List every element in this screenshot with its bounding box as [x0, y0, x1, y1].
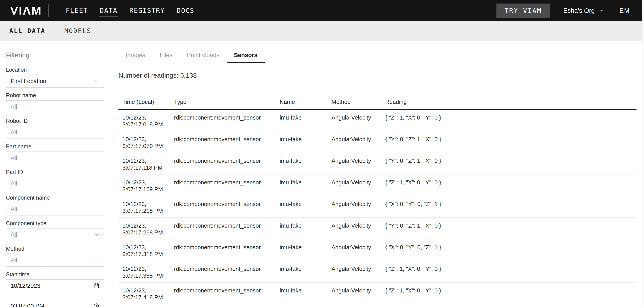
cell-time: 10/12/23, 3:07:17.169 PM	[118, 174, 170, 196]
filter-method: Method All	[6, 245, 104, 267]
table-header: Time (Local) Type Name Method Reading	[118, 98, 636, 110]
chevron-down-icon	[94, 258, 100, 263]
cell-type: rdk:component:movement_sensor	[170, 196, 276, 218]
cell-reading: { "Y": 0, "Z": 1, "X": 0 }	[381, 153, 636, 174]
component-name-label: Component name	[6, 194, 104, 201]
cell-name: imu-fake	[276, 174, 328, 196]
filter-component-name: Component name	[6, 194, 104, 216]
chevron-down-icon	[599, 8, 605, 14]
cell-method: AngularVelocity	[328, 174, 381, 196]
filter-part-id: Part ID	[6, 168, 104, 190]
part-name-label: Part name	[6, 143, 104, 150]
method-select-value: All	[10, 257, 94, 264]
filtering-title: Filtering	[6, 50, 104, 60]
top-nav: VIΛM FLEET DATA REGISTRY DOCS TRY VIAM E…	[0, 0, 644, 21]
cell-type: rdk:component:movement_sensor	[170, 131, 276, 153]
table-row: 10/12/23, 3:07:17.118 PM rdk:component:m…	[118, 153, 636, 174]
component-name-input[interactable]	[6, 203, 104, 216]
tab-point-clouds[interactable]: Point clouds	[180, 52, 227, 63]
chevron-down-icon	[94, 232, 100, 238]
cell-method: AngularVelocity	[328, 153, 381, 174]
clock-icon	[93, 303, 100, 307]
filter-component-type: Component type All	[6, 220, 104, 241]
cell-time: 10/12/23, 3:07:17.368 PM	[118, 261, 170, 282]
cell-name: imu-fake	[276, 218, 328, 239]
cell-reading: { "Z": 1, "X": 0, "Y": 0 }	[381, 110, 636, 131]
tab-images[interactable]: Images	[118, 52, 152, 63]
nav-link-fleet[interactable]: FLEET	[66, 0, 88, 21]
location-select[interactable]: First Location	[6, 75, 104, 88]
filter-robot-name: Robot name	[6, 92, 104, 113]
top-nav-right: TRY VIAM Esha's Org EM	[496, 4, 635, 18]
table-row: 10/12/23, 3:07:17.418 PM rdk:component:m…	[118, 282, 636, 304]
part-id-input[interactable]	[6, 177, 104, 190]
tab-models[interactable]: MODELS	[64, 27, 92, 35]
table-row: 10/12/23, 3:07:17.169 PM rdk:component:m…	[118, 174, 636, 196]
user-avatar-initials[interactable]: EM	[620, 7, 630, 14]
cell-name: imu-fake	[276, 131, 328, 153]
filter-robot-id: Robot ID	[6, 117, 104, 139]
primary-nav: FLEET DATA REGISTRY DOCS	[66, 0, 194, 21]
cell-method: AngularVelocity	[328, 261, 381, 282]
cell-type: rdk:component:movement_sensor	[170, 174, 276, 196]
start-date-input[interactable]: 10/12/2023	[6, 280, 104, 292]
cell-name: imu-fake	[276, 239, 328, 261]
start-time-input[interactable]: 03:07:00 PM	[6, 300, 104, 307]
nav-link-data[interactable]: DATA	[100, 0, 117, 21]
cell-type: rdk:component:movement_sensor	[170, 153, 276, 174]
data-sub-nav: ALL DATA MODELS	[0, 21, 644, 41]
cell-method: AngularVelocity	[328, 131, 381, 153]
vertical-scrollbar[interactable]	[642, 0, 644, 307]
chevron-down-icon	[94, 78, 100, 84]
robot-id-input[interactable]	[6, 126, 104, 139]
nav-link-registry[interactable]: REGISTRY	[130, 0, 165, 21]
cell-name: imu-fake	[276, 110, 328, 131]
tab-sensors[interactable]: Sensors	[227, 52, 265, 63]
start-time-label: Start time	[6, 270, 104, 278]
try-viam-button[interactable]: TRY VIAM	[496, 4, 550, 18]
cell-reading: { "Y": 0, "Z": 1, "X": 0 }	[381, 131, 636, 153]
cell-time: 10/12/23, 3:07:17.118 PM	[118, 153, 170, 174]
cell-reading: { "Z": 1, "X": 0, "Y": 0 }	[381, 282, 636, 304]
cell-reading: { "X": 0, "Y": 0, "Z": 1 }	[381, 239, 636, 261]
sensor-readings-table: Time (Local) Type Name Method Reading 10…	[118, 98, 636, 304]
col-header-time: Time (Local)	[118, 98, 170, 110]
cell-time: 10/12/23, 3:07:17.318 PM	[118, 239, 170, 261]
tab-files[interactable]: Files	[152, 52, 180, 63]
cell-reading: { "X": 0, "Y": 0, "Z": 1 }	[381, 196, 636, 218]
cell-time: 10/12/23, 3:07:17.070 PM	[118, 131, 170, 153]
tab-all-data[interactable]: ALL DATA	[9, 27, 46, 35]
cell-time: 10/12/23, 3:07:17.218 PM	[118, 196, 170, 218]
cell-method: AngularVelocity	[328, 196, 381, 218]
cell-method: AngularVelocity	[328, 239, 381, 261]
component-type-select[interactable]: All	[6, 228, 104, 241]
cell-type: rdk:component:movement_sensor	[170, 239, 276, 261]
org-switcher[interactable]: Esha's Org	[563, 7, 605, 14]
cell-method: AngularVelocity	[328, 282, 381, 304]
robot-name-label: Robot name	[6, 92, 104, 99]
filter-location: Location First Location	[6, 66, 104, 88]
robot-name-input[interactable]	[6, 100, 104, 113]
method-select[interactable]: All	[6, 254, 104, 267]
cell-type: rdk:component:movement_sensor	[170, 261, 276, 282]
cell-reading: { "Z": 1, "X": 0, "Y": 0 }	[381, 174, 636, 196]
location-label: Location	[6, 66, 104, 74]
part-name-input[interactable]	[6, 152, 104, 164]
start-date-value: 10/12/2023	[10, 282, 93, 289]
cell-type: rdk:component:movement_sensor	[170, 110, 276, 131]
readings-count: Number of readings: 6,138	[118, 72, 638, 79]
table-row: 10/12/23, 3:07:17.318 PM rdk:component:m…	[118, 239, 636, 261]
filter-part-name: Part name	[6, 143, 104, 164]
cell-name: imu-fake	[276, 153, 328, 174]
table-row: 10/12/23, 3:07:17.268 PM rdk:component:m…	[118, 218, 636, 239]
cell-type: rdk:component:movement_sensor	[170, 282, 276, 304]
cell-name: imu-fake	[276, 261, 328, 282]
filter-sidebar: Filtering Location First Location Robot …	[0, 41, 112, 307]
table-row: 10/12/23, 3:07:17.218 PM rdk:component:m…	[118, 196, 636, 218]
viam-logo[interactable]: VIΛM	[10, 0, 42, 21]
org-name: Esha's Org	[563, 7, 595, 14]
cell-method: AngularVelocity	[328, 218, 381, 239]
nav-link-docs[interactable]: DOCS	[177, 0, 194, 21]
table-row: 10/12/23, 3:07:17.368 PM rdk:component:m…	[118, 261, 636, 282]
col-header-reading: Reading	[381, 98, 636, 110]
